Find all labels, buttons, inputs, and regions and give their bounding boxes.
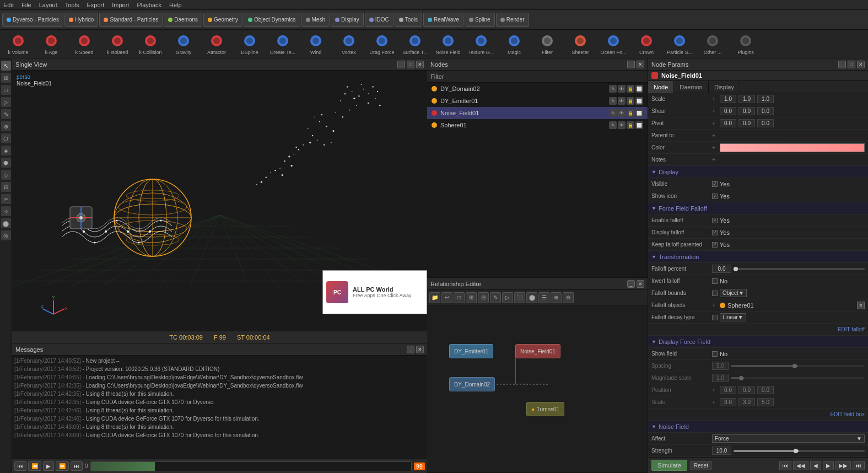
node-vis-emitter[interactable]: 👁 — [618, 97, 626, 105]
icon-tool-0[interactable]: k Volume — [2, 31, 34, 57]
timeline-next[interactable]: ⏩ — [56, 461, 69, 471]
left-icon-select[interactable]: ↖ — [1, 61, 11, 71]
toolbar-btn-3[interactable]: Daemons — [164, 13, 202, 27]
toolbar-btn-10[interactable]: RealWave — [423, 13, 463, 27]
playback-prev[interactable]: ◀◀ — [793, 461, 808, 470]
rel-tool-6[interactable]: ✎ — [490, 292, 501, 303]
param-pivot-x[interactable]: 0.0 — [720, 119, 736, 127]
rel-node-domain[interactable]: DY_Domain02 — [449, 377, 495, 391]
node-edit-sphere[interactable]: ✎ — [609, 121, 617, 129]
section-display-force[interactable]: Display Force Field — [648, 336, 868, 348]
affect-dropdown[interactable]: Force ▼ — [712, 434, 865, 443]
left-icon-12[interactable]: ⊹ — [1, 206, 11, 216]
node-lock-domain[interactable]: 🔒 — [627, 85, 634, 93]
viewport-max[interactable]: □ — [407, 61, 414, 68]
param-shear-z[interactable]: 0.0 — [757, 107, 774, 115]
menu-export[interactable]: Export — [87, 2, 104, 8]
rel-tool-5[interactable]: ⊟ — [478, 292, 489, 303]
toolbar-btn-5[interactable]: Object Dynamics — [244, 13, 300, 27]
node-lock-emitter[interactable]: 🔒 — [627, 97, 634, 105]
rel-tool-11[interactable]: ⊕ — [551, 292, 562, 303]
rel-tool-8[interactable]: ⬛ — [514, 292, 525, 303]
strength-track[interactable] — [734, 450, 865, 452]
icon-tool-11[interactable]: Drag Force — [366, 31, 398, 57]
section-forcefield[interactable]: Force Field Falloff — [648, 202, 868, 214]
node-vis-sphere[interactable]: 👁 — [618, 121, 626, 129]
tab-node[interactable]: Node — [648, 81, 674, 93]
toolbar-btn-0[interactable]: Dyverso - Particles — [2, 13, 63, 27]
toolbar-btn-7[interactable]: Display — [331, 13, 364, 27]
nodes-min[interactable]: _ — [627, 61, 635, 68]
node-edit-domain[interactable]: ✎ — [609, 85, 617, 93]
rel-tool-10[interactable]: ☰ — [538, 292, 549, 303]
node-item-emitter[interactable]: DY_Emitter01 ✎ 👁 🔒 ⬜ — [427, 95, 648, 107]
toolbar-btn-11[interactable]: Spline — [465, 13, 495, 27]
rel-close[interactable]: ✕ — [637, 280, 644, 288]
toolbar-btn-2[interactable]: Standard - Particles — [99, 13, 163, 27]
left-icon-10[interactable]: ⊟ — [1, 182, 11, 192]
falloff-decay-checkbox[interactable] — [712, 315, 718, 320]
left-icon-6[interactable]: ⬡ — [1, 133, 11, 143]
rel-min[interactable]: _ — [627, 280, 635, 288]
reset-button[interactable]: Reset — [691, 461, 711, 470]
showicon-checkbox[interactable]: ✓ — [712, 194, 718, 199]
viewport-min[interactable]: _ — [397, 61, 405, 68]
left-icon-7[interactable]: ◈ — [1, 146, 11, 155]
param-strength-val[interactable]: 10.0 — [712, 447, 731, 455]
playback-rplay[interactable]: ◀ — [810, 461, 821, 470]
timeline-track[interactable] — [90, 461, 412, 471]
left-icon-4[interactable]: ✎ — [1, 109, 11, 119]
param-falloff-objects-plus[interactable]: + — [712, 302, 720, 308]
timeline-start[interactable]: ⏮ — [14, 461, 26, 471]
icon-tool-6[interactable]: Attractor — [201, 31, 233, 57]
section-display[interactable]: Display — [648, 166, 868, 178]
menu-edit[interactable]: Edit — [3, 2, 14, 8]
section-noise[interactable]: Noise Field — [648, 421, 868, 433]
icon-tool-20[interactable]: Particle S... — [664, 31, 696, 57]
visible-checkbox[interactable]: ✓ — [712, 181, 718, 187]
displayfalloff-checkbox[interactable]: ✓ — [712, 230, 718, 235]
left-icon-2[interactable]: □ — [1, 85, 11, 95]
param-shear-x[interactable]: 0.0 — [720, 107, 736, 115]
params-max[interactable]: □ — [848, 61, 855, 68]
param-pivot-plus[interactable]: + — [712, 120, 720, 126]
left-icon-11[interactable]: ✂ — [1, 194, 11, 204]
menu-import[interactable]: Import — [112, 2, 129, 8]
param-scale-y[interactable]: 1.0 — [738, 95, 755, 103]
icon-tool-15[interactable]: Magic — [498, 31, 530, 57]
param-position-plus[interactable]: + — [712, 387, 720, 393]
rel-tool-9[interactable]: ⬤ — [526, 292, 537, 303]
rel-editor-canvas[interactable]: DY_Emitter01 Noise_Field01 DY_Domain02 ●… — [427, 305, 648, 472]
toolbar-btn-6[interactable]: Mesh — [301, 13, 330, 27]
menu-help[interactable]: Help — [169, 2, 182, 8]
param-shear-y[interactable]: 0.0 — [738, 107, 755, 115]
node-more-emitter[interactable]: ⬜ — [635, 97, 643, 105]
node-item-sphere[interactable]: Sphere01 ✎ 👁 🔒 ⬜ — [427, 119, 648, 131]
rel-tool-4[interactable]: ⊞ — [466, 292, 477, 303]
rel-tool-2[interactable]: ↩ — [441, 292, 452, 303]
node-vis-noise[interactable]: 👁 — [618, 109, 626, 117]
icon-tool-2[interactable]: k Speed — [68, 31, 100, 57]
menu-tools[interactable]: Tools — [65, 2, 79, 8]
playback-play[interactable]: ▶ — [823, 461, 834, 470]
timeline-play[interactable]: ▶ — [43, 461, 54, 471]
left-icon-5[interactable]: ⊕ — [1, 121, 11, 131]
falloff-pct-track[interactable] — [734, 268, 865, 270]
param-pos-x[interactable]: 0.0 — [720, 386, 736, 394]
menu-playback[interactable]: Playback — [137, 2, 161, 8]
toolbar-btn-8[interactable]: IDOC — [365, 13, 393, 27]
icon-tool-19[interactable]: Crown — [630, 31, 662, 57]
icon-tool-22[interactable]: Plugins — [730, 31, 762, 57]
icon-tool-10[interactable]: Vortex — [333, 31, 365, 57]
section-transformation[interactable]: Transformation — [648, 251, 868, 263]
left-icon-9[interactable]: ◇ — [1, 170, 11, 180]
rel-node-sphere[interactable]: ●1umns01 — [526, 402, 564, 416]
timeline-end[interactable]: ⏭ — [71, 461, 83, 471]
rel-tool-3[interactable]: □ — [454, 292, 465, 303]
param-scale-dff-y[interactable]: 3.0 — [738, 398, 755, 406]
keepfalloff-checkbox[interactable]: ✓ — [712, 242, 718, 248]
node-lock-noise[interactable]: 🔒 — [627, 109, 634, 117]
toolbar-btn-12[interactable]: Render — [496, 13, 529, 27]
menu-file[interactable]: File — [21, 2, 31, 8]
tab-display[interactable]: Display — [709, 81, 740, 93]
